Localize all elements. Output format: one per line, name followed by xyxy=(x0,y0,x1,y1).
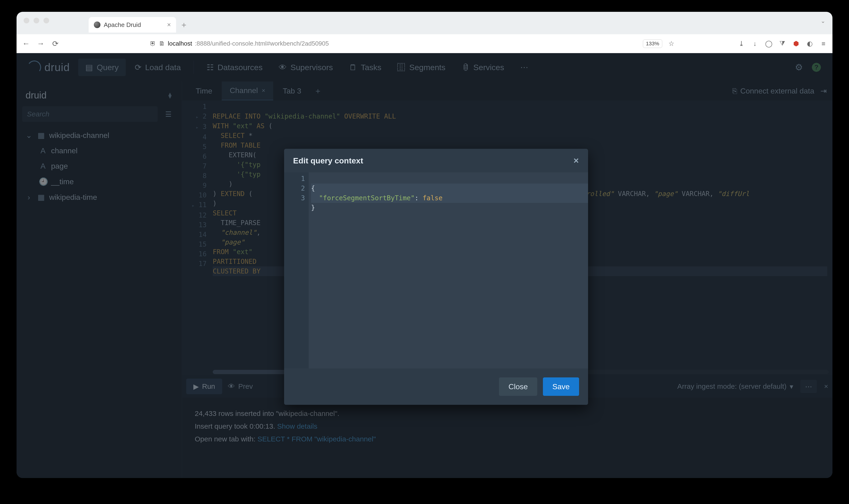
open-tab-prefix: Open new tab with: xyxy=(195,435,257,443)
close-button[interactable]: Close xyxy=(499,377,537,396)
lock-icon[interactable]: 🗎 xyxy=(159,40,165,47)
help-icon[interactable] xyxy=(811,62,821,72)
nav-datasources[interactable]: ☷ Datasources xyxy=(200,58,270,76)
tree-table-wikipedia-channel[interactable]: ⌄ ▦ wikipedia-channel xyxy=(22,128,176,143)
traffic-zoom[interactable] xyxy=(44,18,49,23)
nav-tasks[interactable]: 🗒 Tasks xyxy=(342,58,388,76)
ingest-mode-select[interactable]: Array ingest mode: (server default) ▾ xyxy=(677,382,794,391)
sidebar: druid ▲▼ ☰ ⌄ ▦ wikipedia-channel A chann xyxy=(17,82,182,478)
account-icon[interactable]: ◯ xyxy=(764,39,773,49)
eye-icon: 👁 xyxy=(279,63,287,72)
run-button[interactable]: ▶ Run xyxy=(186,379,222,394)
tree-col-time[interactable]: 🕘 __time xyxy=(22,174,176,189)
dialog-title: Edit query context xyxy=(293,156,363,165)
druid-logo[interactable]: druid xyxy=(28,60,70,74)
link-icon: ⎘ xyxy=(732,87,737,95)
qtab-time[interactable]: Time xyxy=(188,82,220,101)
sidebar-search-input[interactable] xyxy=(22,106,158,122)
table-icon: ▦ xyxy=(37,131,46,140)
open-select-link[interactable]: SELECT * FROM "wikipedia-channel" xyxy=(257,435,376,443)
brand-label: druid xyxy=(45,61,70,74)
query-tabs: Time Channel × Tab 3 ＋ ⎘ Connect externa… xyxy=(182,82,832,101)
source-name: druid xyxy=(25,90,47,101)
pocket-icon[interactable]: ⤓ xyxy=(737,39,746,49)
url-display[interactable]: ⛨ 🗎 localhost:8888/unified-console.html#… xyxy=(150,40,329,47)
show-details-link[interactable]: Show details xyxy=(277,422,317,430)
hamburger-menu-icon[interactable]: ≡ xyxy=(819,39,828,49)
context-editor[interactable]: 123 { "forceSegmentSortByTime": false } xyxy=(284,173,588,368)
qtab-channel[interactable]: Channel × xyxy=(222,82,273,101)
dialog-close-icon[interactable]: ✕ xyxy=(573,157,579,165)
traffic-lights[interactable] xyxy=(24,18,49,23)
filter-sliders-icon[interactable]: ☰ xyxy=(160,106,176,122)
bookmark-star-icon[interactable]: ☆ xyxy=(666,39,676,49)
misc-toolbar-icon[interactable]: ◐ xyxy=(805,39,814,49)
qtab-label: Time xyxy=(196,87,212,95)
extensions-icon[interactable]: ⧩ xyxy=(778,39,787,49)
chrome-tabstrip: Apache Druid × ＋ ⌄ xyxy=(17,12,832,34)
add-qtab-button[interactable]: ＋ xyxy=(311,84,325,98)
tabs-overflow-icon[interactable]: ⌄ xyxy=(821,18,825,24)
traffic-close[interactable] xyxy=(24,18,29,23)
clock-icon: 🕘 xyxy=(39,177,47,186)
shield-icon[interactable]: ⛨ xyxy=(150,40,156,47)
adblock-shield-icon[interactable]: ⬢ xyxy=(791,39,801,49)
more-dots-icon: ⋯ xyxy=(805,382,812,391)
back-icon[interactable]: ← xyxy=(21,38,31,49)
qtab-label: Tab 3 xyxy=(283,87,301,95)
qtab-tab3[interactable]: Tab 3 xyxy=(275,82,309,101)
result-timing: Insert query took 0:00:13. xyxy=(195,422,277,430)
segments-icon: ⿲ xyxy=(397,63,405,72)
forward-icon[interactable]: → xyxy=(35,38,46,49)
browser-tab[interactable]: Apache Druid × xyxy=(89,17,176,33)
chevron-down-icon: ⌄ xyxy=(24,131,33,140)
browser-window: Apache Druid × ＋ ⌄ ← → ⟳ ⛨ 🗎 localhost:8… xyxy=(17,12,832,478)
tree-label: wikipedia-time xyxy=(49,193,97,202)
addressbar: ← → ⟳ ⛨ 🗎 localhost:8888/unified-console… xyxy=(17,34,832,53)
nav-sup-label: Supervisors xyxy=(291,63,333,72)
source-picker[interactable]: druid ▲▼ xyxy=(22,87,176,104)
tree-label: page xyxy=(51,162,68,170)
reload-icon[interactable]: ⟳ xyxy=(50,38,60,49)
runbar-more-button[interactable]: ⋯ xyxy=(800,380,817,393)
nav-segments[interactable]: ⿲ Segments xyxy=(390,58,452,76)
save-label: Save xyxy=(552,382,570,391)
preview-button[interactable]: 👁 Prev xyxy=(228,382,253,391)
chevron-down-icon: ▾ xyxy=(790,382,793,391)
save-button[interactable]: Save xyxy=(543,377,579,396)
close-label: Close xyxy=(508,382,528,391)
import-panel-icon[interactable]: ⇥ xyxy=(820,87,827,95)
nav-query[interactable]: ▤ Query xyxy=(78,58,126,76)
context-gutter: 123 xyxy=(284,173,309,368)
zoom-chip[interactable]: 133% xyxy=(643,39,662,48)
close-tab-icon[interactable]: × xyxy=(262,87,265,94)
downloads-icon[interactable]: ↓ xyxy=(750,39,760,49)
traffic-minimize[interactable] xyxy=(34,18,39,23)
close-tab-icon[interactable]: × xyxy=(167,21,171,29)
connect-external-data[interactable]: ⎘ Connect external data xyxy=(732,87,814,95)
query-icon: ▤ xyxy=(85,62,93,72)
settings-gear-icon[interactable]: ⚙ xyxy=(794,62,804,72)
tree-col-page[interactable]: A page xyxy=(22,159,176,173)
tree-label: wikipedia-channel xyxy=(49,131,109,140)
dialog-header: Edit query context ✕ xyxy=(284,149,588,173)
tree-table-wikipedia-time[interactable]: › ▦ wikipedia-time xyxy=(22,190,176,204)
nav-ds-label: Datasources xyxy=(218,63,263,72)
url-host: localhost xyxy=(168,40,192,47)
nav-services[interactable]: 🛢 Services xyxy=(454,58,511,76)
tree-label: channel xyxy=(51,146,77,155)
tab-title: Apache Druid xyxy=(104,21,141,29)
tasks-icon: 🗒 xyxy=(349,63,357,72)
context-code[interactable]: { "forceSegmentSortByTime": false } xyxy=(309,173,588,368)
services-icon: 🛢 xyxy=(462,63,470,72)
new-tab-button[interactable]: ＋ xyxy=(178,19,190,31)
results-panel: 24,433 rows inserted into "wikipedia-cha… xyxy=(182,398,832,478)
nav-more[interactable]: ⋯ xyxy=(513,58,535,76)
datasources-icon: ☷ xyxy=(207,62,214,72)
connect-label: Connect external data xyxy=(740,87,814,95)
nav-load-data[interactable]: ⟳ Load data xyxy=(128,58,188,76)
tree-label: __time xyxy=(51,177,74,186)
runbar-close-icon[interactable]: × xyxy=(824,382,828,391)
tree-col-channel[interactable]: A channel xyxy=(22,144,176,158)
nav-supervisors[interactable]: 👁 Supervisors xyxy=(272,58,340,76)
